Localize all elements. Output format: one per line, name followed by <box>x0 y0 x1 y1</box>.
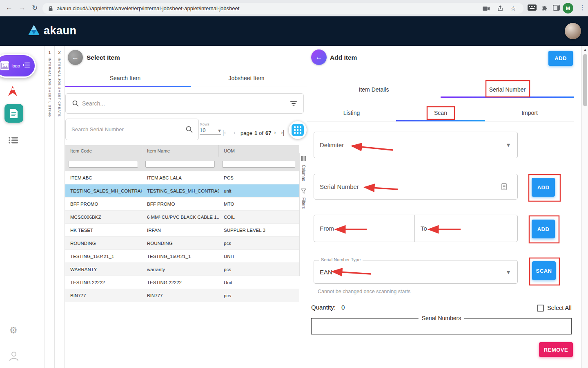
filter-list-icon[interactable] <box>290 101 297 106</box>
filter-funnel-icon[interactable] <box>301 188 306 195</box>
brand: akaun <box>28 25 77 37</box>
serial-numbers-box[interactable]: Serial Numbers <box>311 318 572 334</box>
filter-input-item-code[interactable] <box>69 161 138 168</box>
column-header-item-name[interactable]: Item Name <box>142 145 219 157</box>
pagination-last[interactable]: ›| <box>281 129 284 136</box>
from-input[interactable]: From <box>314 215 415 242</box>
select-all-checkbox[interactable] <box>537 305 544 312</box>
add-item-top-button[interactable]: ADD <box>548 51 573 66</box>
scroll-thumb[interactable] <box>583 54 587 106</box>
scroll-up-icon[interactable]: ▲ <box>584 48 587 52</box>
browser-reload-icon[interactable]: ↻ <box>32 4 38 12</box>
share-icon[interactable] <box>497 5 503 11</box>
subtab-scan[interactable]: Scan <box>396 104 485 121</box>
settings-gear-icon[interactable]: ⚙ <box>9 325 18 336</box>
applet-icon-teal[interactable] <box>4 104 23 123</box>
user-profile-icon[interactable] <box>9 351 19 363</box>
extensions-puzzle-icon[interactable] <box>541 4 548 11</box>
column-header-uom[interactable]: UOM <box>219 145 299 157</box>
cell-uom: SUPPLER LEVEL 3 <box>219 228 299 233</box>
item-search-input[interactable] <box>82 100 290 107</box>
vertical-tab-listing[interactable]: 1 INTERNAL JOB SHEET LISTING <box>45 46 55 368</box>
pagination-prev[interactable]: ‹ <box>234 129 236 136</box>
back-arrow-icon: ← <box>316 53 323 61</box>
app-header: akaun <box>0 16 588 46</box>
tab-item-details[interactable]: Item Details <box>307 81 441 98</box>
table-row[interactable]: HK TESET IRFAN SUPPLER LEVEL 3 <box>65 224 299 237</box>
select-item-back-button[interactable]: ← <box>68 50 83 65</box>
column-header-item-code[interactable]: Item Code <box>65 145 142 157</box>
table-row-selected[interactable]: TESTING_SALES_MH_CONTRACT TESTING_SALES_… <box>65 184 299 197</box>
cell-item-name: 6 MM² CU/PVC BLACK CABLE 1... <box>142 215 219 220</box>
url-bar[interactable]: akaun.cloud/#/applet/tnt/wavelet/erp/int… <box>42 3 523 14</box>
tab-jobsheet-item[interactable]: Jobsheet Item <box>186 70 307 87</box>
search-icon[interactable] <box>186 126 193 133</box>
remove-button[interactable]: REMOVE <box>539 342 573 357</box>
browser-forward-icon[interactable]: → <box>19 4 26 12</box>
table-row[interactable]: ROUNDING ROUNDING pcs <box>65 237 299 250</box>
to-input[interactable]: To <box>414 215 518 242</box>
list-icon[interactable] <box>9 137 18 146</box>
select-item-title: Select Item <box>87 54 120 61</box>
serial-type-select[interactable]: Serial Number Type EAN ▾ <box>314 260 518 284</box>
table-row[interactable]: MCSC006BKZ 6 MM² CU/PVC BLACK CABLE 1...… <box>65 211 299 224</box>
filter-input-uom[interactable] <box>222 161 295 168</box>
tab-label: Scan <box>434 110 447 116</box>
scrollbar[interactable]: ▲ <box>581 46 588 368</box>
cell-item-name: ITEM ABC LALA <box>142 175 219 180</box>
cell-item-name: TESTING_SALES_MH_CONTRACT <box>142 188 219 193</box>
cell-item-code: TESTING_150421_1 <box>65 254 142 259</box>
bookmark-star-icon[interactable]: ☆ <box>510 4 516 12</box>
barcode-scanner-icon[interactable] <box>501 183 507 190</box>
table-row[interactable]: BIN777 BIN777 pcs <box>65 289 299 302</box>
browser-menu-icon[interactable]: ⋮ <box>579 4 586 11</box>
serial-search-field[interactable] <box>65 119 199 140</box>
table-row[interactable]: BFF PROMO BFF PROMO MTO <box>65 197 299 211</box>
rows-per-page-select[interactable]: 10 ▾ <box>200 127 221 135</box>
browser-profile-avatar[interactable]: M <box>563 3 573 13</box>
tab-serial-number[interactable]: Serial Number <box>441 81 574 98</box>
browser-back-icon[interactable]: ← <box>6 4 13 12</box>
cell-item-name: IRFAN <box>142 228 219 233</box>
vertical-tab-create[interactable]: 2 INTERNAL JOB SHEET CREATE <box>55 46 65 368</box>
user-avatar[interactable] <box>565 23 581 39</box>
table-row[interactable]: TESTING 22222 TESTING 22222 Unit <box>65 276 299 289</box>
delimiter-select[interactable]: Delimiter ▾ <box>314 132 518 158</box>
logo-alt-text: logo <box>11 63 20 68</box>
serial-search-input[interactable] <box>71 126 186 132</box>
apps-grid-button[interactable] <box>289 121 307 139</box>
caret-down-icon: ▾ <box>507 141 510 149</box>
columns-tool[interactable]: Columns <box>301 165 306 181</box>
table-row[interactable]: WARRANTY warranty pcs <box>65 263 299 276</box>
sidebar-toggle-icon[interactable] <box>22 62 30 70</box>
columns-icon[interactable] <box>301 155 306 163</box>
logo-image <box>0 61 9 70</box>
cell-item-code: BIN777 <box>65 293 142 298</box>
side-panel-icon[interactable] <box>553 5 560 11</box>
subtab-listing[interactable]: Listing <box>307 104 396 121</box>
add-item-back-button[interactable]: ← <box>311 49 327 65</box>
serial-add-button[interactable]: ADD <box>532 178 555 197</box>
screen: ← → ↻ akaun.cloud/#/applet/tnt/wavelet/e… <box>0 0 588 368</box>
table-row[interactable]: TESTING_150421_1 TESTING_150421_1 UNIT <box>65 250 299 263</box>
url-text: akaun.cloud/#/applet/tnt/wavelet/erp/int… <box>57 5 483 11</box>
app-logo-pill[interactable]: logo <box>0 54 36 78</box>
pagination-next[interactable]: › <box>274 129 276 136</box>
tab-search-item[interactable]: Search Item <box>65 70 186 87</box>
filter-input-item-name[interactable] <box>145 161 215 168</box>
brand-name: akaun <box>44 25 77 37</box>
applet-icon-red[interactable] <box>7 85 19 99</box>
left-panel-tabs: Search Item Jobsheet Item <box>65 70 307 87</box>
table-row[interactable]: ITEM ABC ITEM ABC LALA PCS <box>65 171 299 184</box>
item-search-field[interactable] <box>65 93 304 114</box>
filters-tool[interactable]: Filters <box>301 197 306 209</box>
from-label: From <box>320 225 414 232</box>
subtab-import[interactable]: Import <box>485 104 574 121</box>
serial-number-input[interactable]: Serial Number <box>314 174 518 200</box>
video-camera-icon[interactable] <box>483 6 490 11</box>
select-all-label: Select All <box>547 305 572 311</box>
keyboard-icon[interactable] <box>528 4 537 11</box>
range-add-button[interactable]: ADD <box>532 220 555 238</box>
scan-button[interactable]: SCAN <box>532 261 556 280</box>
pagination-first[interactable]: |‹ <box>223 129 226 136</box>
